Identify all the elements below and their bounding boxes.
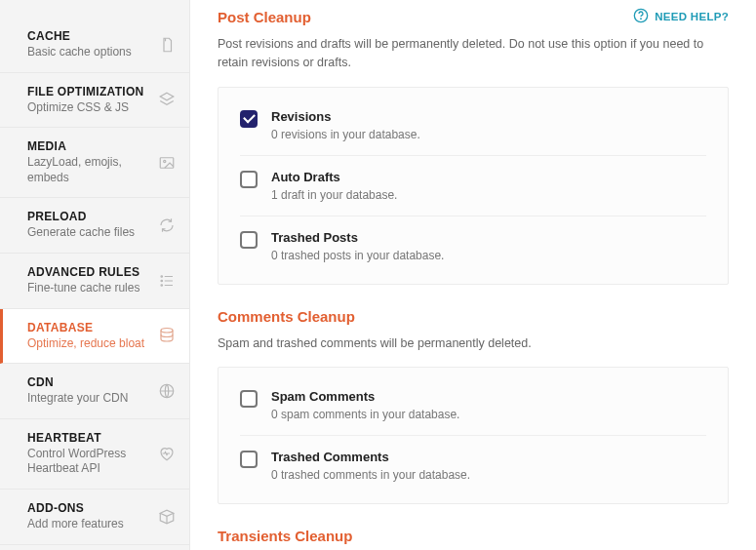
sidebar-item-title: PRELOAD [27, 210, 150, 223]
sidebar-item-cache[interactable]: CACHEBasic cache options [0, 18, 189, 73]
sidebar-item-advanced-rules[interactable]: ADVANCED RULESFine-tune cache rules [0, 254, 189, 309]
svg-point-5 [161, 329, 173, 334]
comments-cleanup-row: Trashed Comments0 trashed comments in yo… [240, 436, 706, 495]
globe-icon [158, 382, 176, 400]
post-cleanup-hint: 0 trashed posts in your database. [271, 249, 706, 262]
post-cleanup-checkbox[interactable] [240, 110, 258, 128]
sidebar-item-sub: Optimize, reduce bloat [27, 336, 150, 352]
post-cleanup-panel: Revisions0 revisions in your database.Au… [218, 87, 729, 285]
sidebar-item-title: CACHE [27, 29, 150, 43]
post-cleanup-row: Auto Drafts1 draft in your database. [240, 156, 706, 216]
post-cleanup-label: Auto Drafts [271, 170, 706, 184]
sidebar-item-title: MEDIA [27, 139, 150, 153]
comments-cleanup-row: Spam Comments0 spam comments in your dat… [240, 375, 706, 436]
sidebar-item-add-ons[interactable]: ADD-ONSAdd more features [0, 490, 189, 545]
file-icon [158, 36, 176, 54]
sidebar-item-cdn[interactable]: CDNIntegrate your CDN [0, 364, 189, 419]
post-cleanup-label: Trashed Posts [271, 230, 706, 245]
post-cleanup-hint: 1 draft in your database. [271, 188, 706, 202]
sidebar-item-sub: LazyLoad, emojis, embeds [27, 155, 150, 185]
need-help-button[interactable]: NEED HELP? [633, 8, 729, 25]
sidebar-item-title: HEARTBEAT [27, 431, 150, 445]
sidebar-item-sub: Generate cache files [27, 225, 150, 241]
sidebar-item-title: FILE OPTIMIZATION [27, 85, 150, 98]
post-cleanup-row: Trashed Posts0 trashed posts in your dat… [240, 216, 706, 276]
sidebar-item-sub: Fine-tune cache rules [27, 281, 150, 296]
list-icon [158, 272, 176, 290]
svg-point-1 [164, 160, 166, 162]
sidebar-item-preload[interactable]: PRELOADGenerate cache files [0, 198, 189, 254]
post-cleanup-row: Revisions0 revisions in your database. [240, 96, 706, 156]
comments-cleanup-checkbox[interactable] [240, 390, 258, 408]
post-cleanup-title: Post Cleanup [218, 9, 311, 25]
post-cleanup-label: Revisions [271, 109, 706, 124]
layers-icon [158, 91, 176, 108]
sidebar-item-database[interactable]: DATABASEOptimize, reduce bloat [0, 309, 189, 365]
comments-cleanup-panel: Spam Comments0 spam comments in your dat… [218, 367, 729, 504]
sidebar-item-title: DATABASE [27, 321, 150, 334]
cycle-icon [158, 216, 176, 234]
svg-point-4 [161, 285, 163, 287]
comments-cleanup-desc: Spam and trashed comments will be perman… [218, 334, 729, 353]
sidebar: CACHEBasic cache optionsFILE OPTIMIZATIO… [0, 0, 190, 550]
post-cleanup-checkbox[interactable] [240, 231, 258, 249]
comments-cleanup-hint: 0 spam comments in your database. [271, 408, 706, 421]
svg-point-2 [161, 276, 163, 278]
sidebar-item-title: ADD-ONS [27, 501, 150, 515]
box-icon [158, 508, 176, 526]
sidebar-item-sub: Add more features [27, 517, 150, 532]
image-icon [158, 154, 176, 172]
main-content: Post Cleanup NEED HELP? Post revisions a… [190, 0, 756, 550]
sidebar-item-heartbeat[interactable]: HEARTBEATControl WordPress Heartbeat API [0, 419, 189, 490]
post-cleanup-hint: 0 revisions in your database. [271, 128, 706, 141]
sidebar-item-sub: Optimize CSS & JS [27, 100, 150, 116]
database-icon [158, 327, 176, 344]
heartbeat-icon [158, 445, 176, 462]
sidebar-item-sub: Integrate your CDN [27, 391, 150, 407]
sidebar-item-sub: Basic cache options [27, 45, 150, 60]
transients-cleanup-title: Transients Cleanup [218, 528, 729, 544]
post-cleanup-desc: Post revisions and drafts will be perman… [218, 35, 729, 73]
help-icon [633, 8, 649, 25]
sidebar-item-title: CDN [27, 375, 150, 389]
comments-cleanup-label: Trashed Comments [271, 450, 706, 464]
sidebar-item-media[interactable]: MEDIALazyLoad, emojis, embeds [0, 128, 189, 198]
sidebar-item-title: ADVANCED RULES [27, 265, 150, 279]
sidebar-item-file-optimization[interactable]: FILE OPTIMIZATIONOptimize CSS & JS [0, 73, 189, 129]
svg-point-8 [641, 19, 642, 20]
need-help-label: NEED HELP? [655, 11, 729, 22]
comments-cleanup-title: Comments Cleanup [218, 308, 729, 325]
svg-point-3 [161, 280, 163, 282]
sidebar-item-sub: Control WordPress Heartbeat API [27, 447, 150, 477]
post-cleanup-checkbox[interactable] [240, 171, 258, 188]
comments-cleanup-label: Spam Comments [271, 389, 706, 404]
comments-cleanup-hint: 0 trashed comments in your database. [271, 468, 706, 482]
comments-cleanup-checkbox[interactable] [240, 451, 258, 468]
